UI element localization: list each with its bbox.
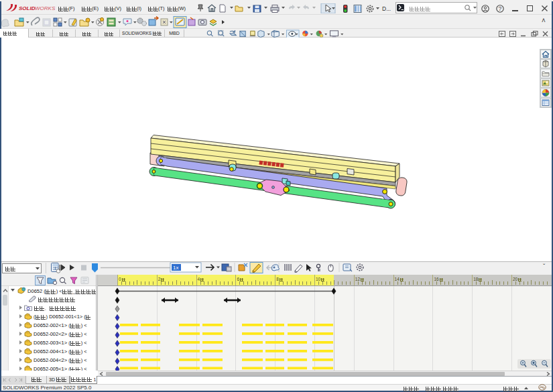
svg-text:WORKS: WORKS <box>35 5 56 11</box>
svg-text:?: ? <box>498 5 501 12</box>
svg-text:SOLID: SOLID <box>19 5 36 11</box>
svg-text:1x: 1x <box>173 265 178 271</box>
svg-text:D...: D... <box>382 5 391 12</box>
